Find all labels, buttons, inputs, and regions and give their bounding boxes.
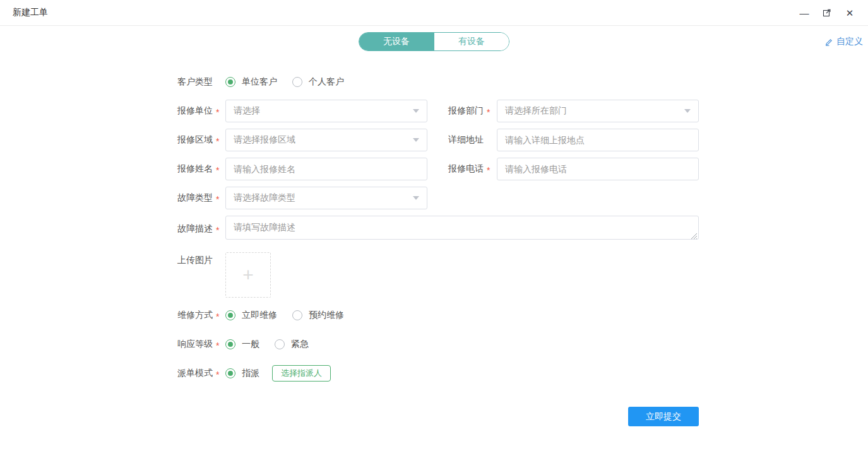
repair-department-placeholder: 请选择所在部门 [505, 105, 567, 117]
chevron-down-icon [413, 196, 419, 200]
radio-icon [292, 77, 302, 87]
titlebar: 新建工单 — ✕ [0, 0, 868, 26]
window-title: 新建工单 [13, 7, 48, 18]
required-asterisk: * [216, 225, 219, 235]
repair-unit-label: 报修单位 * [177, 105, 225, 117]
repair-area-select[interactable]: 请选择报修区域 [225, 129, 427, 151]
label-text: 详细地址 [448, 134, 484, 146]
row-fault-description: 故障描述 * [177, 216, 868, 242]
radio-dot [228, 342, 233, 347]
label-text: 报修姓名 [177, 163, 213, 175]
radio-dot [228, 79, 233, 85]
radio-label-reserve: 预约维修 [309, 310, 344, 321]
repair-unit-select[interactable]: 请选择 [225, 100, 427, 122]
close-icon: ✕ [846, 8, 854, 18]
tab-no-device[interactable]: 无设备 [359, 33, 434, 50]
reporter-phone-label: 报修电话 * [448, 163, 497, 175]
repair-department-label: 报修部门 * [448, 105, 497, 117]
label-text: 上传图片 [177, 255, 213, 266]
label-text: 派单模式 [177, 368, 213, 379]
required-asterisk: * [216, 165, 219, 175]
radio-personal-customer[interactable]: 个人客户 [292, 76, 344, 88]
label-text: 报修区域 [177, 134, 213, 146]
chevron-down-icon [413, 138, 419, 142]
customize-label: 自定义 [836, 36, 863, 47]
reporter-name-input[interactable] [225, 158, 427, 180]
radio-icon [225, 339, 235, 349]
minimize-icon: — [800, 8, 809, 18]
radio-icon [292, 310, 302, 320]
label-text: 报修电话 [448, 163, 484, 175]
radio-icon [225, 310, 235, 320]
repair-department-select[interactable]: 请选择所在部门 [497, 100, 699, 122]
detail-address-input[interactable] [497, 129, 699, 151]
radio-label-urgent: 紧急 [291, 339, 309, 350]
upload-image-label: 上传图片 [177, 255, 225, 266]
repair-area-label: 报修区域 * [177, 134, 225, 146]
submit-button[interactable]: 立即提交 [628, 407, 699, 426]
row-repair-unit-department: 报修单位 * 请选择 报修部门 * 请选择所在部门 [177, 100, 868, 122]
chevron-down-icon [413, 109, 419, 113]
required-asterisk: * [216, 194, 219, 204]
radio-label-immediate: 立即维修 [242, 310, 277, 321]
label-text: 客户类型 [177, 76, 213, 88]
row-reporter-name-phone: 报修姓名 * 报修电话 * [177, 158, 868, 180]
radio-urgent-level[interactable]: 紧急 [275, 339, 309, 350]
maximize-icon [822, 8, 832, 18]
label-text: 故障类型 [177, 192, 213, 204]
response-level-label: 响应等级 * [177, 339, 225, 351]
upload-image-box[interactable]: + [225, 252, 271, 298]
required-asterisk: * [216, 370, 219, 380]
label-text: 报修单位 [177, 105, 213, 117]
submit-row: 立即提交 [177, 407, 699, 426]
minimize-button[interactable]: — [795, 4, 814, 21]
close-button[interactable]: ✕ [840, 4, 859, 21]
device-tab-group: 无设备 有设备 [359, 32, 509, 51]
plus-icon: + [242, 265, 254, 284]
detail-address-label: 详细地址 [448, 134, 497, 146]
radio-immediate-repair[interactable]: 立即维修 [225, 310, 277, 321]
label-text: 报修部门 [448, 105, 484, 117]
window-controls: — ✕ [795, 4, 859, 21]
customize-link[interactable]: 自定义 [824, 36, 863, 47]
customer-type-label: 客户类型 [177, 76, 225, 88]
label-text: 故障描述 [177, 223, 213, 235]
radio-dot [228, 371, 233, 376]
fault-description-label: 故障描述 * [177, 223, 225, 235]
repair-unit-placeholder: 请选择 [234, 105, 260, 117]
radio-label-normal: 一般 [242, 339, 259, 350]
radio-icon [225, 77, 235, 87]
radio-label-assign: 指派 [242, 368, 259, 379]
row-repair-mode: 维修方式 * 立即维修 预约维修 [177, 304, 868, 327]
required-asterisk: * [216, 312, 219, 322]
row-repair-area-address: 报修区域 * 请选择报修区域 详细地址 [177, 129, 868, 151]
new-work-order-form: 客户类型 单位客户 个人客户 报修单位 * 请选择 报修部门 * 请选择所在部门 [0, 71, 868, 426]
row-upload-image: 上传图片 + [177, 252, 868, 298]
dispatch-mode-label: 派单模式 * [177, 368, 225, 380]
tab-row: 无设备 有设备 自定义 [0, 32, 868, 52]
fault-type-placeholder: 请选择故障类型 [234, 192, 295, 204]
radio-icon [225, 368, 235, 378]
radio-company-customer[interactable]: 单位客户 [225, 76, 277, 88]
radio-assign-mode[interactable]: 指派 [225, 368, 259, 379]
required-asterisk: * [216, 341, 219, 351]
fault-description-wrapper [225, 216, 699, 242]
radio-icon [275, 339, 285, 349]
label-text: 维修方式 [177, 310, 213, 321]
row-fault-type: 故障类型 * 请选择故障类型 [177, 187, 868, 209]
fault-type-select[interactable]: 请选择故障类型 [225, 187, 427, 209]
maximize-button[interactable] [817, 4, 836, 21]
fault-description-textarea[interactable] [225, 216, 699, 240]
reporter-name-label: 报修姓名 * [177, 163, 225, 175]
required-asterisk: * [216, 107, 219, 117]
tab-has-device[interactable]: 有设备 [434, 33, 509, 50]
reporter-phone-input[interactable] [497, 158, 699, 180]
radio-reserve-repair[interactable]: 预约维修 [292, 310, 344, 321]
repair-area-placeholder: 请选择报修区域 [234, 134, 295, 146]
required-asterisk: * [487, 165, 490, 175]
radio-dot [228, 313, 233, 318]
select-assignee-button[interactable]: 选择指派人 [272, 365, 331, 382]
radio-label-company: 单位客户 [242, 76, 277, 88]
radio-normal-level[interactable]: 一般 [225, 339, 259, 350]
radio-label-personal: 个人客户 [309, 76, 344, 88]
